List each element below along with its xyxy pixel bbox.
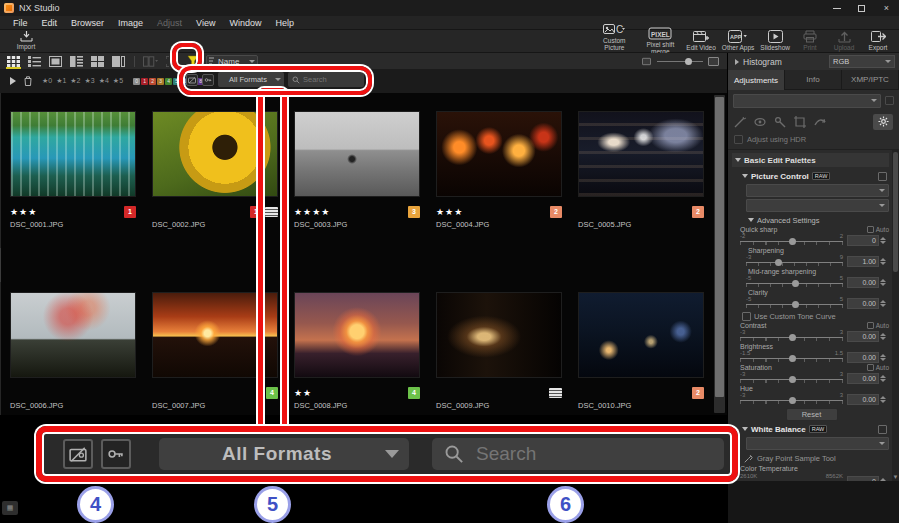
auto-checkbox[interactable] — [867, 364, 874, 371]
view-single-button[interactable] — [48, 55, 63, 67]
picture-control-header[interactable]: Picture Control RAW — [734, 169, 889, 183]
import-button[interactable]: Import — [0, 30, 52, 52]
menu-item-view[interactable]: View — [189, 18, 222, 28]
white-balance-checkbox[interactable] — [878, 425, 887, 434]
hide-camera-filter-button[interactable] — [186, 74, 198, 86]
color-label-filter-1[interactable]: 1 — [141, 78, 148, 85]
spinner-arrows[interactable] — [880, 375, 886, 382]
tab-info[interactable]: Info — [785, 70, 842, 90]
photo-thumbnail[interactable] — [10, 292, 136, 378]
slider-thumb[interactable] — [789, 334, 796, 341]
search-input[interactable] — [303, 75, 360, 84]
basic-palettes-header[interactable]: Basic Edit Palettes — [732, 153, 889, 167]
minimize-button[interactable] — [824, 0, 849, 16]
retouch-brush-icon[interactable] — [734, 116, 746, 128]
color-label-filter-2[interactable]: 2 — [149, 78, 156, 85]
filmstrip-toggle-button[interactable]: ▦ — [2, 501, 18, 515]
slider-value-box[interactable]: 0.00 — [847, 352, 879, 363]
color-label-filter-4[interactable]: 4 — [165, 78, 172, 85]
tab-xmp-iptc[interactable]: XMP/IPTC — [842, 70, 899, 90]
menu-item-help[interactable]: Help — [268, 18, 301, 28]
panel-collapse-handle[interactable]: ◂ — [0, 248, 1, 282]
menu-item-image[interactable]: Image — [111, 18, 150, 28]
crop-icon[interactable] — [794, 116, 806, 128]
slider-value-box[interactable]: 0.00 — [847, 298, 879, 309]
photo-cell[interactable]: 4DSC_0007.JPG — [148, 234, 290, 415]
slider-track-area[interactable]: -55 — [746, 297, 843, 310]
star-filter-5[interactable]: ★5 — [113, 77, 123, 85]
spinner-arrows[interactable] — [880, 279, 886, 286]
slider-value-box[interactable]: 0.00 — [847, 394, 879, 405]
spinner-arrows[interactable] — [880, 354, 886, 361]
star-filter-2[interactable]: ★2 — [70, 77, 80, 85]
export-button[interactable]: Export — [861, 30, 895, 52]
spinner-arrows[interactable] — [880, 478, 886, 481]
photo-thumbnail[interactable] — [436, 111, 562, 197]
pixel-shift-merge-button[interactable]: PIXELPixel shift merge — [637, 30, 683, 52]
protected-filter-button-zoomed[interactable] — [101, 439, 131, 469]
photo-cell[interactable]: DSC_0009.JPG — [432, 234, 574, 415]
slider-track-area[interactable]: -33 — [740, 393, 843, 406]
spinner-arrows[interactable] — [880, 396, 886, 403]
picture-control-dropdown-2[interactable] — [746, 199, 889, 212]
advanced-settings-header[interactable]: Advanced Settings — [734, 214, 889, 226]
photo-cell[interactable]: ★★★1DSC_0001.JPG — [6, 93, 148, 234]
view-image-list-button[interactable] — [69, 55, 84, 67]
slider-thumb[interactable] — [792, 280, 799, 287]
tab-adjustments[interactable]: Adjustments — [728, 70, 785, 90]
grid-scrollbar[interactable] — [714, 95, 725, 413]
slider-track-area[interactable]: -1.51.5 — [740, 351, 843, 364]
photo-thumbnail[interactable] — [578, 292, 704, 378]
play-filter-icon[interactable] — [10, 77, 16, 85]
reset-button[interactable]: Reset — [786, 408, 838, 421]
histogram-channel-dropdown[interactable]: RGB — [829, 55, 895, 68]
color-temp-slider[interactable]: 2610K 8562K — [740, 474, 843, 481]
thumbnail-size-slider[interactable] — [657, 61, 703, 62]
search-input-zoomed[interactable] — [476, 443, 712, 465]
hdr-checkbox[interactable] — [734, 135, 743, 144]
photo-thumbnail[interactable] — [578, 111, 704, 197]
menu-item-edit[interactable]: Edit — [35, 18, 65, 28]
white-balance-header[interactable]: White Balance RAW — [734, 422, 889, 436]
color-control-point-icon[interactable] — [774, 116, 786, 128]
filter-button[interactable] — [185, 55, 200, 67]
slider-thumb[interactable] — [789, 376, 796, 383]
slider-thumb[interactable] — [789, 238, 796, 245]
gray-point-row[interactable]: Gray Point Sample Tool — [734, 452, 889, 465]
preset-dropdown[interactable] — [733, 94, 881, 108]
view-thumbnail-strip-button[interactable] — [90, 55, 105, 67]
photo-cell[interactable]: ★★★★3DSC_0003.JPG — [290, 93, 432, 234]
panel-scrollbar[interactable]: ▼ — [892, 150, 899, 481]
view-image-info-button[interactable] — [111, 55, 126, 67]
hide-camera-filter-button-zoomed[interactable] — [63, 439, 93, 469]
star-filter-0[interactable]: ★0 — [42, 77, 52, 85]
tone-curve-checkbox[interactable] — [742, 312, 751, 321]
other-apps-button[interactable]: APPOther Apps — [719, 30, 758, 52]
star-filter-4[interactable]: ★4 — [99, 77, 109, 85]
large-thumbnail-icon[interactable] — [708, 57, 719, 66]
format-filter-dropdown-zoomed[interactable]: All Formats — [159, 438, 409, 470]
expand-arrow-icon[interactable] — [735, 59, 739, 65]
slideshow-button[interactable]: Slideshow — [757, 30, 793, 52]
custom-picture-control-button[interactable]: CCustom Picture Control — [591, 30, 637, 52]
compare-view-button[interactable] — [143, 55, 158, 67]
straighten-icon[interactable] — [814, 116, 826, 128]
slider-thumb[interactable] — [789, 355, 796, 362]
picture-control-checkbox[interactable] — [878, 172, 887, 181]
star-filter-3[interactable]: ★3 — [85, 77, 95, 85]
photo-cell[interactable]: DSC_0006.JPG — [6, 234, 148, 415]
slider-value-box[interactable]: 0 — [847, 235, 879, 246]
slider-thumb[interactable] — [775, 259, 782, 266]
photo-thumbnail[interactable] — [152, 111, 278, 197]
star-filter-1[interactable]: ★1 — [56, 77, 66, 85]
spinner-arrows[interactable] — [880, 258, 886, 265]
slider-thumb[interactable] — [685, 58, 692, 65]
format-filter-dropdown[interactable]: All Formats — [218, 72, 284, 87]
color-label-filter-3[interactable]: 3 — [157, 78, 164, 85]
slider-value-box[interactable]: 0.00 — [847, 373, 879, 384]
menu-item-browser[interactable]: Browser — [64, 18, 111, 28]
photo-thumbnail[interactable] — [152, 292, 278, 378]
picture-control-dropdown-1[interactable] — [746, 184, 889, 197]
slider-track[interactable] — [746, 262, 843, 263]
photo-thumbnail[interactable] — [10, 111, 136, 197]
